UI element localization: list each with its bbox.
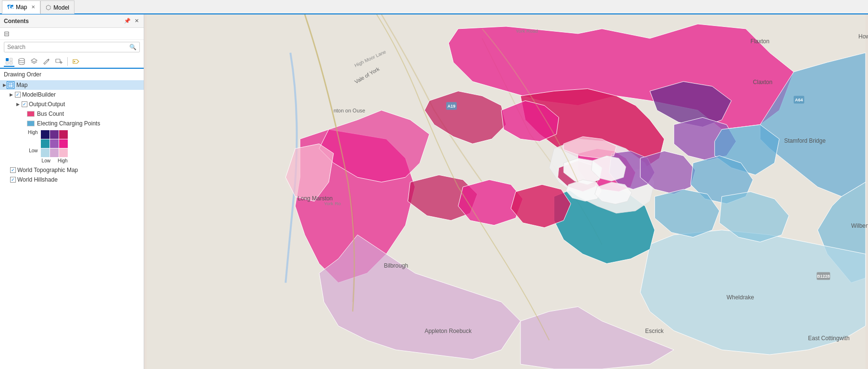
sidebar-header-icons: 📌 ✕	[123, 17, 140, 25]
svg-text:York Road: York Road	[516, 28, 538, 34]
svg-text:York Ro: York Ro	[324, 201, 341, 206]
toolbar-icons	[0, 54, 144, 69]
biv-cell-3	[41, 139, 50, 148]
biv-cell-4	[50, 139, 59, 148]
tab-map[interactable]: 🗺 Map ✕	[2, 0, 40, 14]
main-area: Contents 📌 ✕ ⊟ 🔍	[0, 14, 868, 369]
biv-bottom-labels: Low High	[41, 158, 68, 163]
list-view-icon[interactable]	[4, 56, 14, 67]
bus-count-color	[27, 111, 35, 117]
tab-model[interactable]: ⬡ Model	[40, 0, 74, 14]
toolbar-divider	[67, 57, 68, 66]
tree-item-bus-count[interactable]: ▶ Bus Count	[0, 109, 144, 119]
svg-marker-5	[31, 59, 37, 62]
search-icon[interactable]: 🔍	[126, 42, 139, 52]
expand-map: ▶	[2, 83, 7, 87]
checkbox-output[interactable]	[22, 101, 27, 107]
biv-color-grid	[41, 130, 68, 157]
tab-model-label: Model	[53, 4, 69, 11]
biv-labels-container: High Low	[28, 130, 140, 163]
svg-rect-2	[6, 62, 9, 64]
add-group-icon[interactable]	[54, 56, 64, 67]
pencil-icon[interactable]	[41, 56, 52, 67]
tree-item-output[interactable]: ▶ Output:Output	[0, 99, 144, 109]
biv-cell-6	[41, 148, 50, 157]
tab-bar: 🗺 Map ✕ ⬡ Model	[0, 0, 868, 14]
map-layer-icon	[7, 81, 14, 89]
tree-item-modelbuilder[interactable]: ▶ ModelBuilder	[0, 90, 144, 99]
search-box: 🔍	[4, 42, 140, 52]
biv-cell-8	[59, 148, 68, 157]
svg-text:nton on Ouse: nton on Ouse	[334, 108, 365, 113]
svg-text:East Cottingwith: East Cottingwith	[808, 335, 849, 342]
bivariate-legend: High Low	[0, 128, 144, 165]
search-input[interactable]	[4, 42, 126, 52]
model-tab-icon: ⬡	[46, 4, 51, 11]
tab-map-label: Map	[16, 4, 27, 11]
database-icon[interactable]	[16, 56, 27, 67]
svg-text:Wilberfoss: Wilberfoss	[851, 222, 868, 229]
svg-rect-3	[10, 62, 12, 64]
biv-cell-2	[59, 130, 68, 139]
map-area[interactable]: nton on Ouse High Moor Lane Vale of York…	[144, 14, 868, 369]
map-tab-icon: 🗺	[7, 3, 13, 11]
biv-left-labels: High Low	[28, 130, 38, 153]
expand-modelbuilder: ▶	[9, 92, 13, 97]
biv-bottom-high: High	[58, 158, 68, 163]
svg-text:Escrick: Escrick	[645, 328, 664, 334]
tree-item-world-topo[interactable]: ▶ World Topographic Map	[0, 165, 144, 175]
sidebar-header: Contents 📌 ✕	[0, 14, 144, 28]
tree-map-label: Map	[16, 82, 27, 88]
svg-text:Stamford Bridge: Stamford Bridge	[784, 137, 826, 144]
tab-map-close[interactable]: ✕	[31, 4, 35, 10]
filter-row: ⊟	[0, 28, 144, 40]
svg-rect-0	[6, 58, 9, 61]
layer-tree: ▶ Map ▶ ModelBuilder ▶ Output:Output ▶	[0, 79, 144, 369]
sidebar-title: Contents	[4, 18, 29, 25]
biv-cell-1	[50, 130, 59, 139]
biv-cell-0	[41, 130, 50, 139]
tree-world-hillshade-label: World Hillshade	[17, 176, 58, 183]
map-svg: nton on Ouse High Moor Lane Vale of York…	[144, 14, 868, 369]
electing-color	[27, 121, 35, 126]
expand-output: ▶	[15, 102, 20, 107]
svg-text:A19: A19	[447, 104, 455, 109]
checkbox-world-topo[interactable]	[10, 167, 16, 173]
layer-icon[interactable]	[29, 56, 39, 67]
svg-text:B1228: B1228	[817, 274, 830, 279]
svg-text:Flaxton: Flaxton	[751, 38, 769, 45]
tree-item-world-hillshade[interactable]: ▶ World Hillshade	[0, 175, 144, 184]
tree-world-topo-label: World Topographic Map	[17, 167, 78, 173]
tree-bus-count-label: Bus Count	[37, 111, 64, 117]
tree-item-map[interactable]: ▶ Map	[0, 80, 144, 90]
filter-icon[interactable]: ⊟	[4, 30, 10, 37]
sidebar: Contents 📌 ✕ ⊟ 🔍	[0, 14, 144, 369]
biv-cell-7	[50, 148, 59, 157]
svg-text:Howsh: Howsh	[858, 33, 868, 40]
biv-cell-5	[59, 139, 68, 148]
label-icon[interactable]	[71, 56, 81, 67]
close-sidebar-icon[interactable]: ✕	[134, 17, 140, 25]
tree-item-electing[interactable]: ▶ Electing Charging Points	[0, 119, 144, 128]
tree-electing-label: Electing Charging Points	[37, 120, 100, 127]
checkbox-world-hillshade[interactable]	[10, 177, 16, 183]
tree-output-label: Output:Output	[29, 101, 65, 108]
biv-low-label: Low	[29, 148, 37, 153]
tree-modelbuilder-label: ModelBuilder	[22, 91, 56, 98]
svg-text:A64: A64	[795, 98, 803, 103]
checkbox-modelbuilder[interactable]	[15, 92, 21, 98]
svg-text:Appleton Roebuck: Appleton Roebuck	[424, 328, 471, 334]
pin-icon[interactable]: 📌	[123, 17, 132, 25]
drawing-order-label: Drawing Order	[0, 69, 144, 79]
biv-grid-container: Low High	[41, 130, 68, 163]
svg-point-4	[19, 59, 25, 61]
svg-text:Wheldrake: Wheldrake	[727, 294, 754, 301]
biv-high-label: High	[28, 130, 38, 135]
svg-text:Bilbrough: Bilbrough	[384, 262, 409, 269]
svg-rect-6	[56, 59, 60, 62]
svg-rect-1	[10, 58, 12, 61]
svg-rect-11	[8, 83, 13, 87]
svg-point-10	[74, 61, 75, 62]
biv-bottom-low: Low	[42, 158, 50, 163]
svg-text:Claxton: Claxton	[753, 79, 773, 86]
